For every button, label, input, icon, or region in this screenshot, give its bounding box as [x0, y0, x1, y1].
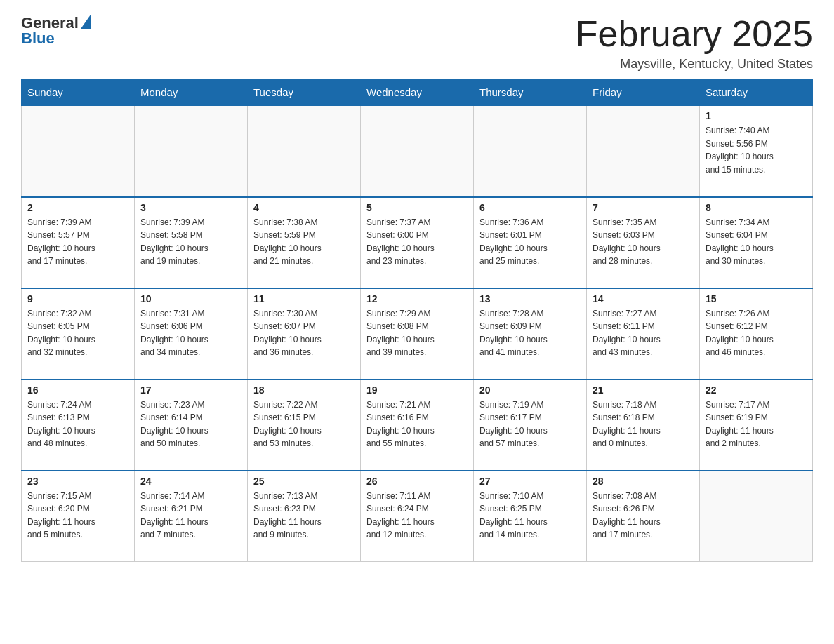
day-number: 9 [27, 293, 128, 304]
calendar-cell: 23Sunrise: 7:15 AMSunset: 6:20 PMDayligh… [22, 471, 135, 562]
logo-triangle-icon [81, 15, 91, 29]
day-info: Sunrise: 7:40 AMSunset: 5:56 PMDaylight:… [706, 124, 807, 176]
page-header: General Blue February 2025 Maysville, Ke… [21, 14, 813, 72]
calendar-cell: 21Sunrise: 7:18 AMSunset: 6:18 PMDayligh… [587, 380, 700, 471]
day-number: 17 [140, 384, 241, 396]
calendar-table: SundayMondayTuesdayWednesdayThursdayFrid… [21, 79, 813, 562]
title-section: February 2025 Maysville, Kentucky, Unite… [576, 14, 813, 72]
day-info: Sunrise: 7:17 AMSunset: 6:19 PMDaylight:… [706, 398, 807, 450]
calendar-cell: 1Sunrise: 7:40 AMSunset: 5:56 PMDaylight… [700, 106, 813, 197]
day-number: 13 [479, 293, 581, 304]
logo: General Blue [21, 14, 91, 48]
calendar-cell: 11Sunrise: 7:30 AMSunset: 6:07 PMDayligh… [248, 288, 361, 380]
day-info: Sunrise: 7:32 AMSunset: 6:05 PMDaylight:… [27, 307, 128, 359]
day-number: 28 [593, 476, 694, 487]
day-number: 23 [27, 476, 128, 487]
day-info: Sunrise: 7:39 AMSunset: 5:58 PMDaylight:… [140, 216, 241, 268]
calendar-cell: 25Sunrise: 7:13 AMSunset: 6:23 PMDayligh… [248, 471, 361, 562]
day-number: 15 [706, 293, 807, 304]
day-of-week-header: Sunday [22, 79, 135, 106]
day-number: 12 [366, 293, 468, 304]
calendar-cell: 12Sunrise: 7:29 AMSunset: 6:08 PMDayligh… [361, 288, 474, 380]
day-info: Sunrise: 7:39 AMSunset: 5:57 PMDaylight:… [27, 216, 128, 268]
month-title: February 2025 [576, 14, 813, 54]
day-info: Sunrise: 7:30 AMSunset: 6:07 PMDaylight:… [253, 307, 355, 359]
calendar-week-row: 23Sunrise: 7:15 AMSunset: 6:20 PMDayligh… [22, 471, 813, 562]
day-info: Sunrise: 7:36 AMSunset: 6:01 PMDaylight:… [479, 216, 581, 268]
day-info: Sunrise: 7:11 AMSunset: 6:24 PMDaylight:… [366, 490, 468, 542]
calendar-cell [700, 471, 813, 562]
calendar-cell [135, 106, 248, 197]
calendar-cell: 4Sunrise: 7:38 AMSunset: 5:59 PMDaylight… [248, 197, 361, 288]
day-number: 20 [479, 384, 581, 396]
calendar-cell: 16Sunrise: 7:24 AMSunset: 6:13 PMDayligh… [22, 380, 135, 471]
calendar-cell: 28Sunrise: 7:08 AMSunset: 6:26 PMDayligh… [587, 471, 700, 562]
calendar-cell: 14Sunrise: 7:27 AMSunset: 6:11 PMDayligh… [587, 288, 700, 380]
calendar-cell: 8Sunrise: 7:34 AMSunset: 6:04 PMDaylight… [700, 197, 813, 288]
day-of-week-header: Thursday [474, 79, 587, 106]
day-info: Sunrise: 7:19 AMSunset: 6:17 PMDaylight:… [479, 398, 581, 450]
calendar-header-row: SundayMondayTuesdayWednesdayThursdayFrid… [22, 79, 813, 106]
day-number: 18 [253, 384, 355, 396]
calendar-cell: 10Sunrise: 7:31 AMSunset: 6:06 PMDayligh… [135, 288, 248, 380]
calendar-cell: 27Sunrise: 7:10 AMSunset: 6:25 PMDayligh… [474, 471, 587, 562]
calendar-cell: 17Sunrise: 7:23 AMSunset: 6:14 PMDayligh… [135, 380, 248, 471]
day-number: 16 [27, 384, 128, 396]
calendar-cell: 15Sunrise: 7:26 AMSunset: 6:12 PMDayligh… [700, 288, 813, 380]
calendar-cell: 5Sunrise: 7:37 AMSunset: 6:00 PMDaylight… [361, 197, 474, 288]
calendar-week-row: 1Sunrise: 7:40 AMSunset: 5:56 PMDaylight… [22, 106, 813, 197]
location-text: Maysville, Kentucky, United States [576, 57, 813, 72]
calendar-cell: 6Sunrise: 7:36 AMSunset: 6:01 PMDaylight… [474, 197, 587, 288]
day-info: Sunrise: 7:22 AMSunset: 6:15 PMDaylight:… [253, 398, 355, 450]
calendar-cell: 22Sunrise: 7:17 AMSunset: 6:19 PMDayligh… [700, 380, 813, 471]
day-info: Sunrise: 7:08 AMSunset: 6:26 PMDaylight:… [593, 490, 694, 542]
day-info: Sunrise: 7:27 AMSunset: 6:11 PMDaylight:… [593, 307, 694, 359]
calendar-cell [587, 106, 700, 197]
day-info: Sunrise: 7:31 AMSunset: 6:06 PMDaylight:… [140, 307, 241, 359]
day-number: 24 [140, 476, 241, 487]
day-info: Sunrise: 7:24 AMSunset: 6:13 PMDaylight:… [27, 398, 128, 450]
day-info: Sunrise: 7:18 AMSunset: 6:18 PMDaylight:… [593, 398, 694, 450]
calendar-cell [474, 106, 587, 197]
calendar-week-row: 16Sunrise: 7:24 AMSunset: 6:13 PMDayligh… [22, 380, 813, 471]
day-of-week-header: Wednesday [361, 79, 474, 106]
day-of-week-header: Saturday [700, 79, 813, 106]
calendar-cell: 3Sunrise: 7:39 AMSunset: 5:58 PMDaylight… [135, 197, 248, 288]
day-of-week-header: Tuesday [248, 79, 361, 106]
day-info: Sunrise: 7:23 AMSunset: 6:14 PMDaylight:… [140, 398, 241, 450]
calendar-cell [361, 106, 474, 197]
calendar-cell [248, 106, 361, 197]
calendar-cell: 20Sunrise: 7:19 AMSunset: 6:17 PMDayligh… [474, 380, 587, 471]
calendar-cell: 2Sunrise: 7:39 AMSunset: 5:57 PMDaylight… [22, 197, 135, 288]
calendar-cell: 24Sunrise: 7:14 AMSunset: 6:21 PMDayligh… [135, 471, 248, 562]
calendar-cell: 9Sunrise: 7:32 AMSunset: 6:05 PMDaylight… [22, 288, 135, 380]
day-info: Sunrise: 7:34 AMSunset: 6:04 PMDaylight:… [706, 216, 807, 268]
day-number: 14 [593, 293, 694, 304]
calendar-cell: 7Sunrise: 7:35 AMSunset: 6:03 PMDaylight… [587, 197, 700, 288]
day-number: 5 [366, 202, 468, 213]
day-number: 25 [253, 476, 355, 487]
day-number: 4 [253, 202, 355, 213]
day-number: 27 [479, 476, 581, 487]
day-info: Sunrise: 7:38 AMSunset: 5:59 PMDaylight:… [253, 216, 355, 268]
calendar-cell: 19Sunrise: 7:21 AMSunset: 6:16 PMDayligh… [361, 380, 474, 471]
calendar-week-row: 2Sunrise: 7:39 AMSunset: 5:57 PMDaylight… [22, 197, 813, 288]
day-info: Sunrise: 7:14 AMSunset: 6:21 PMDaylight:… [140, 490, 241, 542]
day-number: 19 [366, 384, 468, 396]
day-of-week-header: Friday [587, 79, 700, 106]
day-number: 10 [140, 293, 241, 304]
day-info: Sunrise: 7:21 AMSunset: 6:16 PMDaylight:… [366, 398, 468, 450]
day-number: 22 [706, 384, 807, 396]
calendar-cell: 18Sunrise: 7:22 AMSunset: 6:15 PMDayligh… [248, 380, 361, 471]
day-info: Sunrise: 7:28 AMSunset: 6:09 PMDaylight:… [479, 307, 581, 359]
day-info: Sunrise: 7:26 AMSunset: 6:12 PMDaylight:… [706, 307, 807, 359]
day-number: 1 [706, 110, 807, 121]
day-number: 7 [593, 202, 694, 213]
calendar-week-row: 9Sunrise: 7:32 AMSunset: 6:05 PMDaylight… [22, 288, 813, 380]
calendar-cell [22, 106, 135, 197]
day-info: Sunrise: 7:15 AMSunset: 6:20 PMDaylight:… [27, 490, 128, 542]
day-number: 6 [479, 202, 581, 213]
day-info: Sunrise: 7:13 AMSunset: 6:23 PMDaylight:… [253, 490, 355, 542]
calendar-cell: 26Sunrise: 7:11 AMSunset: 6:24 PMDayligh… [361, 471, 474, 562]
day-number: 8 [706, 202, 807, 213]
